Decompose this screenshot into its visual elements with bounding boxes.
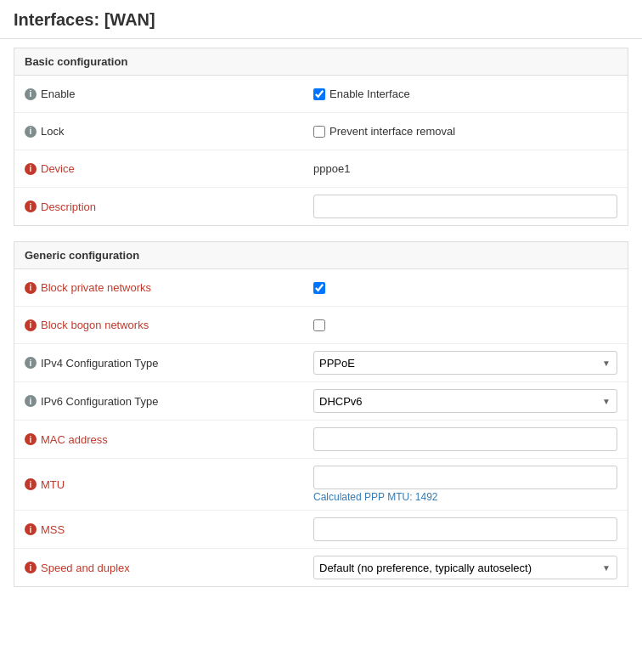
mtu-label-text: MTU xyxy=(41,478,65,491)
block-bogon-value xyxy=(303,313,628,338)
speed-duplex-select-wrapper: Default (no preference, typically autose… xyxy=(313,556,617,579)
device-value: pppoe1 xyxy=(303,155,628,182)
device-info-icon[interactable]: i xyxy=(25,163,37,175)
description-info-icon[interactable]: i xyxy=(25,200,37,212)
mss-value xyxy=(303,511,628,548)
speed-duplex-select[interactable]: Default (no preference, typically autose… xyxy=(313,556,617,579)
basic-config-title: Basic configuration xyxy=(14,48,628,76)
lock-label: i Lock xyxy=(14,118,303,144)
mtu-input[interactable] xyxy=(313,466,617,489)
block-private-checkbox[interactable] xyxy=(313,282,325,294)
mac-address-value xyxy=(303,421,628,458)
enable-label: i Enable xyxy=(14,81,303,107)
enable-checkbox-label[interactable]: Enable Interface xyxy=(313,88,410,100)
enable-label-text: Enable xyxy=(41,88,75,100)
mac-address-input[interactable] xyxy=(313,427,617,451)
device-label-text: Device xyxy=(41,162,75,175)
mtu-value: Calculated PPP MTU: 1492 xyxy=(303,459,628,510)
ipv6-config-select[interactable]: DHCPv6 Static None SLAAC xyxy=(313,389,617,413)
block-private-label: i Block private networks xyxy=(14,274,303,301)
lock-label-text: Lock xyxy=(41,125,64,138)
block-bogon-info-icon[interactable]: i xyxy=(25,319,37,331)
lock-value: Prevent interface removal xyxy=(303,118,628,144)
speed-duplex-row: i Speed and duplex Default (no preferenc… xyxy=(14,549,628,586)
mtu-wrapper: Calculated PPP MTU: 1492 xyxy=(313,466,617,503)
block-private-row: i Block private networks xyxy=(14,269,628,307)
page-title: Interfaces: [WAN] xyxy=(14,10,628,30)
block-private-info-icon[interactable]: i xyxy=(25,282,37,294)
ipv6-select-wrapper: DHCPv6 Static None SLAAC ▼ xyxy=(313,389,617,413)
ipv6-config-label: i IPv6 Configuration Type xyxy=(14,388,303,415)
description-label-text: Description xyxy=(41,200,96,213)
mtu-label: i MTU xyxy=(14,472,303,498)
enable-checkbox-text: Enable Interface xyxy=(329,88,410,100)
speed-duplex-label: i Speed and duplex xyxy=(14,555,303,581)
mac-address-info-icon[interactable]: i xyxy=(25,433,37,445)
mss-input[interactable] xyxy=(313,517,617,541)
mtu-info-icon[interactable]: i xyxy=(25,478,37,490)
mss-info-icon[interactable]: i xyxy=(25,523,37,535)
page-header: Interfaces: [WAN] xyxy=(0,0,642,39)
speed-duplex-info-icon[interactable]: i xyxy=(25,562,37,573)
generic-config-section: Generic configuration i Block private ne… xyxy=(14,241,628,587)
ipv6-config-value: DHCPv6 Static None SLAAC ▼ xyxy=(303,382,628,420)
mac-address-row: i MAC address xyxy=(14,421,628,459)
speed-duplex-value: Default (no preference, typically autose… xyxy=(303,549,628,586)
lock-checkbox-text: Prevent interface removal xyxy=(329,125,455,138)
generic-config-title: Generic configuration xyxy=(14,242,628,269)
enable-checkbox[interactable] xyxy=(313,88,325,100)
description-value xyxy=(303,188,628,225)
ipv6-config-info-icon[interactable]: i xyxy=(25,395,37,407)
description-row: i Description xyxy=(14,188,628,225)
lock-checkbox[interactable] xyxy=(313,126,325,138)
mac-address-label: i MAC address xyxy=(14,426,303,453)
mtu-row: i MTU Calculated PPP MTU: 1492 xyxy=(14,459,628,511)
basic-config-section: Basic configuration i Enable Enable Inte… xyxy=(14,48,628,226)
ipv4-config-select[interactable]: PPPoE DHCP Static None xyxy=(313,351,617,375)
lock-row: i Lock Prevent interface removal xyxy=(14,113,628,150)
ipv4-config-label: i IPv4 Configuration Type xyxy=(14,350,303,376)
ipv4-config-row: i IPv4 Configuration Type PPPoE DHCP Sta… xyxy=(14,344,628,382)
lock-checkbox-label[interactable]: Prevent interface removal xyxy=(313,125,455,138)
description-input[interactable] xyxy=(313,195,617,218)
device-label: i Device xyxy=(14,155,303,182)
block-private-value xyxy=(303,275,628,301)
description-label: i Description xyxy=(14,194,303,220)
device-row: i Device pppoe1 xyxy=(14,150,628,188)
speed-duplex-label-text: Speed and duplex xyxy=(41,562,130,574)
enable-info-icon[interactable]: i xyxy=(25,88,37,100)
mss-row: i MSS xyxy=(14,511,628,549)
block-bogon-label-text: Block bogon networks xyxy=(41,319,149,331)
enable-value: Enable Interface xyxy=(303,81,628,107)
block-private-label-text: Block private networks xyxy=(41,281,151,294)
ipv4-config-info-icon[interactable]: i xyxy=(25,357,37,369)
ipv4-config-value: PPPoE DHCP Static None ▼ xyxy=(303,344,628,381)
ipv6-config-label-text: IPv6 Configuration Type xyxy=(41,395,159,408)
block-bogon-label: i Block bogon networks xyxy=(14,312,303,338)
block-bogon-checkbox[interactable] xyxy=(313,319,325,331)
block-bogon-row: i Block bogon networks xyxy=(14,307,628,344)
mac-address-label-text: MAC address xyxy=(41,433,108,446)
lock-info-icon[interactable]: i xyxy=(25,126,37,138)
mss-label-text: MSS xyxy=(41,523,65,536)
content-area: Basic configuration i Enable Enable Inte… xyxy=(0,39,642,611)
ipv4-select-wrapper: PPPoE DHCP Static None ▼ xyxy=(313,351,617,375)
device-text: pppoe1 xyxy=(313,162,350,175)
mss-label: i MSS xyxy=(14,517,303,543)
enable-row: i Enable Enable Interface xyxy=(14,76,628,113)
ipv4-config-label-text: IPv4 Configuration Type xyxy=(41,357,159,370)
ipv6-config-row: i IPv6 Configuration Type DHCPv6 Static … xyxy=(14,382,628,421)
mtu-calculated-note: Calculated PPP MTU: 1492 xyxy=(313,491,617,503)
